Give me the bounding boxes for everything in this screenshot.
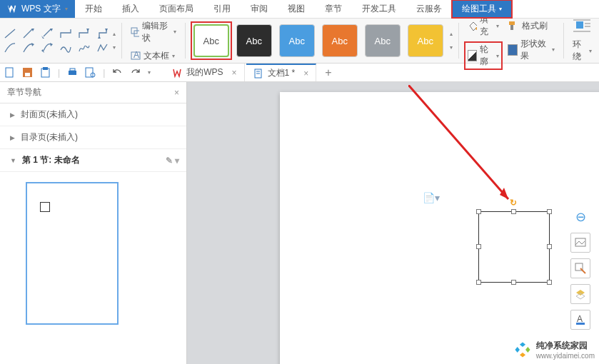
resize-handle[interactable]	[511, 280, 516, 285]
elbow-arrow-icon[interactable]	[79, 29, 90, 39]
menu-reference[interactable]: 引用	[203, 0, 241, 18]
polyline-icon[interactable]	[97, 43, 109, 53]
close-icon[interactable]: ×	[232, 68, 237, 78]
style-gallery-scroll[interactable]: ▴ ▾	[450, 31, 453, 51]
tab-my-wps[interactable]: 我的WPS ×	[165, 64, 244, 81]
new-doc-icon[interactable]	[4, 67, 15, 78]
page-thumbnail[interactable]	[26, 182, 119, 325]
svg-rect-26	[25, 73, 30, 76]
elbow-icon[interactable]	[60, 29, 71, 39]
menu-section[interactable]: 章节	[315, 0, 352, 18]
shape-effects-button[interactable]: 形状效果▾	[505, 36, 558, 64]
line-shapes-gallery[interactable]	[4, 29, 109, 53]
collapse-tools-button[interactable]: ⊖	[570, 207, 590, 227]
float-tool-color[interactable]: A	[570, 310, 590, 330]
print-icon[interactable]	[67, 67, 78, 78]
edit-shape-icon	[131, 27, 139, 37]
canvas[interactable]: 📄▾ ↻ ⊖ A	[187, 82, 599, 364]
close-icon[interactable]: ×	[174, 88, 179, 98]
qat-dropdown-icon[interactable]: ▾	[148, 69, 151, 76]
svg-marker-37	[500, 188, 508, 199]
resize-handle[interactable]	[547, 280, 552, 285]
gallery-scroll[interactable]: ▴ ▾	[113, 31, 116, 51]
float-tool-image[interactable]	[570, 233, 590, 253]
style-swatch-6[interactable]: Abc	[408, 24, 443, 57]
svg-rect-18	[510, 25, 513, 30]
nav-toc-page[interactable]: ▶目录页(未插入)	[0, 126, 186, 149]
resize-handle[interactable]	[547, 209, 552, 214]
chevron-up-icon[interactable]: ▴	[450, 31, 453, 37]
menu-start[interactable]: 开始	[75, 0, 112, 18]
save-icon[interactable]	[22, 67, 33, 78]
freeform-icon[interactable]	[60, 43, 71, 53]
edit-shape-button[interactable]: 编辑形状▾	[128, 19, 179, 46]
elbow-double-arrow-icon[interactable]	[97, 29, 109, 39]
menu-devtools[interactable]: 开发工具	[352, 0, 406, 18]
curve-icon[interactable]	[4, 43, 16, 53]
document-page[interactable]: 📄▾ ↻	[280, 92, 599, 364]
curve-arrow-icon[interactable]	[23, 43, 34, 53]
doc-tab-icon	[253, 69, 263, 79]
app-dropdown-icon[interactable]: ▾	[65, 6, 68, 12]
style-swatch-4[interactable]: Abc	[322, 24, 358, 57]
float-tool-layer[interactable]	[570, 284, 590, 304]
menu-drawing-tools[interactable]: 绘图工具▾	[452, 0, 512, 18]
separator	[121, 23, 122, 59]
wrap-button[interactable]: 环绕▾	[570, 37, 595, 64]
paste-icon[interactable]	[40, 67, 51, 78]
redo-icon[interactable]	[130, 67, 141, 78]
undo-icon[interactable]	[112, 67, 123, 78]
menu-cloud[interactable]: 云服务	[406, 0, 452, 18]
resize-handle[interactable]	[476, 280, 481, 285]
svg-marker-41	[576, 290, 585, 295]
app-label: WPS 文字 ▾	[0, 0, 75, 18]
style-swatch-5[interactable]: Abc	[365, 24, 401, 57]
chevron-up-icon[interactable]: ▴	[113, 31, 116, 37]
separator	[185, 23, 186, 59]
selected-rectangle-shape[interactable]: ↻	[478, 211, 550, 283]
format-painter-button[interactable]: 格式刷	[505, 19, 558, 34]
scribble-icon[interactable]	[79, 43, 90, 53]
resize-handle[interactable]	[476, 209, 481, 214]
nav-section-1[interactable]: ▼第 1 节: 未命名✎ ▾	[0, 149, 186, 172]
print-preview-icon[interactable]	[85, 67, 96, 78]
svg-line-36	[408, 85, 508, 199]
outline-button[interactable]: 轮廓▾	[465, 42, 503, 69]
resize-handle[interactable]	[476, 244, 481, 249]
chevron-down-icon: ▾	[173, 29, 176, 35]
line-icon[interactable]	[4, 29, 16, 39]
text-box-button[interactable]: A 文本框▾	[128, 49, 179, 64]
style-swatch-2[interactable]: Abc	[236, 24, 272, 57]
svg-rect-17	[509, 21, 515, 25]
chevron-down-icon[interactable]: ▾	[113, 44, 116, 51]
chevron-down-icon[interactable]: ▾	[450, 44, 453, 51]
arrow-line-icon[interactable]	[23, 29, 34, 39]
svg-marker-6	[86, 29, 89, 31]
rotate-handle-icon[interactable]: ↻	[510, 198, 517, 208]
menu-review[interactable]: 审阅	[241, 0, 278, 18]
separator	[458, 23, 459, 59]
svg-line-1	[24, 29, 32, 38]
chevron-down-icon: ▾	[499, 6, 502, 12]
tab-doc1[interactable]: 文档1 * ×	[246, 64, 317, 81]
double-arrow-icon[interactable]	[41, 29, 53, 39]
menu-insert[interactable]: 插入	[112, 0, 149, 18]
svg-rect-19	[576, 21, 583, 29]
style-swatch-1[interactable]: Abc	[193, 24, 229, 57]
svg-rect-31	[86, 68, 93, 77]
menu-layout[interactable]: 页面布局	[149, 0, 203, 18]
pencil-icon[interactable]: ✎ ▾	[166, 156, 179, 166]
effects-icon	[508, 44, 518, 56]
quick-access-toolbar: | | ▾ 我的WPS × 文档1 * × +	[0, 64, 599, 82]
resize-handle[interactable]	[547, 244, 552, 249]
menu-view[interactable]: 视图	[278, 0, 315, 18]
new-tab-button[interactable]: +	[318, 66, 338, 79]
svg-text:A: A	[577, 314, 583, 324]
curve-double-arrow-icon[interactable]	[41, 43, 53, 53]
close-icon[interactable]: ×	[303, 69, 308, 79]
style-swatch-3[interactable]: Abc	[279, 24, 315, 57]
separator: |	[103, 68, 105, 78]
float-tool-edit[interactable]	[570, 258, 590, 278]
resize-handle[interactable]	[511, 209, 516, 214]
nav-cover-page[interactable]: ▶封面页(未插入)	[0, 103, 186, 126]
